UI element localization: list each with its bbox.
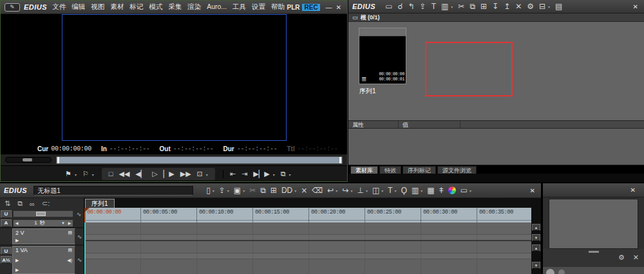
dropdown-caret-icon[interactable]: ▾ <box>395 188 397 194</box>
display-mode-icon[interactable]: ⊡ <box>197 170 203 178</box>
plr-button[interactable]: PLR <box>287 4 299 11</box>
export-icon[interactable]: ⧉ <box>281 170 286 178</box>
bin-tab[interactable]: 序列标记 <box>402 166 436 174</box>
add-cut-point-icon[interactable]: ⊥ <box>357 187 363 194</box>
stop-icon[interactable]: □ <box>109 170 113 178</box>
mute-all-button[interactable]: U <box>1 210 12 218</box>
capture-icon[interactable]: ⇪ <box>420 3 426 10</box>
dropdown-caret-icon[interactable]: ▾ <box>294 188 296 194</box>
dropdown-caret-icon[interactable]: ▾ <box>366 188 368 194</box>
menu-item[interactable]: 视图 <box>91 3 104 12</box>
dropdown-caret-icon[interactable]: ▾ <box>92 172 94 178</box>
clear-icon[interactable]: ✕ <box>633 253 639 262</box>
prev-frame-icon[interactable]: ◀▏ <box>135 170 146 178</box>
rewind-icon[interactable]: ◀◀ <box>118 170 129 178</box>
paste-icon[interactable]: ⊞ <box>480 3 487 10</box>
patch-icon[interactable]: ∿ <box>75 211 83 217</box>
sequence-tab[interactable]: 序列1 <box>85 199 115 208</box>
bin-tab[interactable]: 素材库 <box>350 166 378 174</box>
paste-icon[interactable]: ⊞ <box>270 187 277 194</box>
scroll-down-icon[interactable]: ▼ <box>532 234 540 241</box>
menu-item[interactable]: 设置 <box>252 3 265 12</box>
new-sequence-icon[interactable]: ▯ <box>206 187 211 194</box>
resize-handle[interactable] <box>589 251 599 253</box>
menu-item[interactable]: 模式 <box>149 3 162 12</box>
settings-icon[interactable]: ⚙ <box>618 253 625 262</box>
dropdown-caret-icon[interactable]: ▾ <box>273 172 275 178</box>
scroll-down-icon[interactable]: ▼ <box>532 262 540 269</box>
dropdown-caret-icon[interactable]: ▾ <box>289 172 291 178</box>
copy-icon[interactable]: ⧉ <box>260 187 266 194</box>
speaker-icon[interactable]: ◀) <box>67 258 72 263</box>
timescale-spinner[interactable]: ◀ 1 秒 ▼ ▶ <box>13 219 73 227</box>
scroll-up-icon[interactable]: ▲ <box>532 244 540 251</box>
dropdown-caret-icon[interactable]: ▾ <box>213 188 214 194</box>
menu-item[interactable]: 编辑 <box>71 3 85 12</box>
rec-button[interactable]: REC <box>302 4 319 11</box>
new-folder-icon[interactable]: ▭ <box>385 3 392 10</box>
timeline-ruler[interactable]: 00:00:00:0000:00:05:0000:00:10:0000:00:1… <box>84 208 531 223</box>
dropdown-caret-icon[interactable]: ▾ <box>336 188 337 194</box>
copy-icon[interactable]: ⧉ <box>469 3 475 10</box>
step-forward-icon[interactable]: ▏▶ <box>164 170 175 178</box>
ripple-delete-icon[interactable]: ⌫ <box>312 187 323 194</box>
color-correction-icon[interactable]: ● <box>448 187 456 194</box>
dropdown-caret-icon[interactable]: ▾ <box>381 188 383 194</box>
mark-out-icon[interactable]: ⚐ <box>82 170 89 178</box>
project-name[interactable]: 无标题1 <box>33 186 193 196</box>
timescale-left-icon[interactable]: ◀ <box>14 221 20 225</box>
transition-icon[interactable]: ◫ <box>372 187 379 194</box>
dropdown-caret-icon[interactable]: ▾ <box>451 5 453 10</box>
track-header-2v[interactable]: 2 V ▤ ▶ <box>12 228 75 244</box>
menu-item[interactable]: 文件 <box>52 3 66 12</box>
track-audio-button[interactable]: A½ <box>1 256 12 264</box>
shuttle-knob[interactable] <box>23 158 32 161</box>
settings-icon[interactable]: ⚙ <box>527 3 534 10</box>
close-button[interactable]: ✕ <box>528 187 537 194</box>
timeline-tracks-area[interactable] <box>84 223 531 274</box>
dropdown-caret-icon[interactable]: ▾ <box>469 188 471 194</box>
film-icon[interactable]: ▤ <box>68 248 72 253</box>
dropdown-caret-icon[interactable]: ▾ <box>227 188 229 194</box>
playhead-marker[interactable] <box>84 208 90 212</box>
voice-over-icon[interactable]: Ϙ <box>401 187 407 194</box>
bin-tab[interactable]: 特效 <box>379 166 401 174</box>
bin-tab[interactable]: 源文件浏览 <box>437 166 477 174</box>
track-header-1va[interactable]: 1 VA ▤ ▶ ◀) ▶ <box>12 246 75 274</box>
menu-item[interactable]: 标记 <box>129 3 143 12</box>
snap-mode-icon[interactable]: ⊂: <box>42 199 50 208</box>
delete-icon[interactable]: ⨯ <box>301 187 307 194</box>
expand-icon[interactable]: ▶ <box>15 268 19 273</box>
audio-master-button[interactable]: A <box>1 219 12 227</box>
dropdown-caret-icon[interactable]: ▾ <box>350 188 352 194</box>
film-icon[interactable]: ▤ <box>68 230 72 235</box>
add-to-timeline-icon[interactable]: ↧ <box>492 3 498 10</box>
overwrite-timeline-icon[interactable]: ↥ <box>504 3 510 10</box>
menu-item[interactable]: 工具 <box>232 3 246 12</box>
dropdown-caret-icon[interactable]: ▾ <box>206 172 208 178</box>
open-project-icon[interactable]: ⇪ <box>219 187 225 194</box>
dropdown-caret-icon[interactable]: ▾ <box>548 5 550 10</box>
track-lane[interactable] <box>84 241 531 253</box>
play-around-icon[interactable]: ▶▏▶ <box>253 170 269 178</box>
toolbox-icon[interactable]: ▤ <box>555 3 562 10</box>
clip-name[interactable]: 序列1 <box>359 87 376 96</box>
expand-icon[interactable]: ▶ <box>15 258 19 263</box>
timescale-right-icon[interactable]: ▶ <box>66 221 73 225</box>
render-icon[interactable]: ▥ <box>412 187 419 194</box>
track-mute-button[interactable]: U <box>1 247 12 255</box>
track-height-slider[interactable] <box>13 210 73 217</box>
close-button[interactable]: ✕ <box>631 3 640 10</box>
dropdown-caret-icon[interactable]: ▾ <box>243 188 245 194</box>
dropdown-caret-icon[interactable]: ▾ <box>421 188 422 194</box>
mixer-icon[interactable]: ǂ <box>439 187 444 194</box>
replace-icon[interactable]: DD <box>281 187 292 194</box>
goto-in-icon[interactable]: ⇤ <box>230 170 236 178</box>
track-height-knob[interactable] <box>36 212 46 216</box>
sync-mode-icon[interactable]: ∞ <box>30 200 35 208</box>
track-lane[interactable] <box>84 253 531 259</box>
fast-forward-icon[interactable]: ▶▶ <box>180 170 191 178</box>
undo-icon[interactable]: ↩ <box>327 187 334 194</box>
ripple-mode-icon[interactable]: ⧉ <box>17 199 23 208</box>
bin-folder-header[interactable]: ▭ 根 (0/1) <box>348 14 644 22</box>
